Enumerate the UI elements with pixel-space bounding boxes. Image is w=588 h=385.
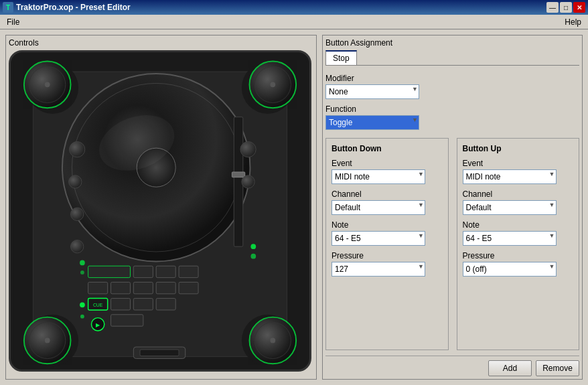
button-down-note-row: Note 64 - E5	[332, 220, 443, 246]
svg-point-13	[45, 338, 50, 343]
button-down-pressure-select[interactable]: 127	[332, 262, 425, 277]
button-down-title: Button Down	[332, 144, 443, 153]
svg-rect-75	[133, 299, 153, 310]
window-controls: — □ ✕	[546, 2, 585, 13]
help-menu[interactable]: Help	[561, 16, 585, 28]
svg-point-59	[69, 175, 82, 188]
button-up-event-row: Event MIDI note	[463, 159, 574, 184]
svg-point-61	[71, 240, 84, 253]
svg-point-86	[80, 302, 85, 307]
svg-rect-74	[111, 299, 130, 310]
dj-controller: CUE ▶	[9, 50, 311, 372]
svg-point-84	[80, 260, 85, 266]
button-down-section: Button Down Event MIDI note Channel Defa…	[325, 138, 449, 350]
svg-rect-77	[111, 315, 143, 326]
button-down-channel-select[interactable]: Default	[332, 200, 425, 215]
button-up-note-select[interactable]: 64 - E5	[463, 231, 557, 246]
remove-button[interactable]: Remove	[536, 360, 579, 376]
button-assignment-panel: Button Assignment Stop Modifier None Fun…	[322, 35, 583, 380]
button-down-channel-wrapper: Default	[332, 200, 425, 215]
svg-point-63	[242, 175, 254, 188]
modifier-select[interactable]: None	[325, 84, 419, 99]
svg-point-10	[270, 82, 275, 87]
button-up-event-label: Event	[463, 159, 574, 168]
svg-rect-69	[111, 282, 130, 293]
main-content: Controls	[0, 29, 588, 385]
button-up-channel-select[interactable]: Default	[463, 200, 557, 215]
svg-rect-67	[179, 266, 198, 277]
modifier-label: Modifier	[325, 74, 579, 83]
close-button[interactable]: ✕	[573, 2, 585, 13]
button-up-section: Button Up Event MIDI note Channel Defaul…	[457, 138, 580, 350]
svg-point-60	[71, 208, 84, 220]
button-down-event-label: Event	[332, 159, 443, 168]
button-up-title: Button Up	[463, 144, 574, 153]
function-select[interactable]: Toggle	[325, 115, 419, 130]
svg-point-16	[270, 338, 275, 343]
app-icon: T	[3, 2, 13, 13]
svg-rect-66	[156, 266, 175, 277]
svg-point-82	[250, 244, 256, 249]
button-up-note-label: Note	[463, 220, 574, 230]
button-down-pressure-wrapper: 127	[332, 262, 425, 277]
button-up-event-select[interactable]: MIDI note	[463, 169, 557, 184]
button-up-pressure-label: Pressure	[463, 251, 574, 260]
svg-rect-76	[156, 299, 175, 310]
button-up-pressure-select[interactable]: 0 (off)	[463, 262, 557, 277]
button-up-channel-wrapper: Default	[463, 200, 557, 215]
svg-rect-70	[133, 282, 153, 293]
button-up-channel-row: Channel Default	[463, 189, 574, 215]
svg-point-87	[80, 315, 84, 319]
controls-title: Controls	[9, 38, 313, 48]
svg-text:CUE: CUE	[93, 303, 103, 307]
svg-point-83	[250, 254, 256, 259]
button-up-note-row: Note 64 - E5	[463, 220, 574, 246]
svg-rect-72	[179, 282, 198, 293]
button-up-event-wrapper: MIDI note	[463, 169, 557, 184]
menu-bar: File Help	[0, 15, 588, 29]
button-up-channel-label: Channel	[463, 189, 574, 199]
modifier-section: Modifier None	[325, 71, 579, 102]
controls-panel: Controls	[5, 35, 317, 380]
tab-stop[interactable]: Stop	[325, 50, 357, 65]
function-select-wrapper: Toggle	[325, 115, 419, 130]
add-button[interactable]: Add	[488, 360, 532, 376]
title-bar: T TraktorPro.xop - Preset Editor — □ ✕	[0, 0, 588, 15]
function-label: Function	[325, 104, 579, 114]
file-menu[interactable]: File	[3, 16, 23, 28]
svg-rect-89	[140, 350, 179, 356]
svg-rect-57	[232, 172, 244, 177]
button-up-pressure-row: Pressure 0 (off)	[463, 251, 574, 277]
svg-point-62	[240, 141, 256, 157]
button-down-note-wrapper: 64 - E5	[332, 231, 425, 246]
button-down-event-wrapper: MIDI note	[332, 169, 425, 184]
svg-point-58	[70, 141, 85, 157]
button-down-note-select[interactable]: 64 - E5	[332, 231, 425, 246]
button-down-event-select[interactable]: MIDI note	[332, 169, 425, 184]
svg-rect-64	[88, 266, 131, 277]
button-down-pressure-label: Pressure	[332, 251, 443, 260]
button-columns: Button Down Event MIDI note Channel Defa…	[325, 138, 579, 350]
button-up-pressure-wrapper: 0 (off)	[463, 262, 557, 277]
button-down-event-row: Event MIDI note	[332, 159, 443, 184]
minimize-button[interactable]: —	[546, 2, 559, 13]
button-down-channel-row: Channel Default	[332, 189, 443, 215]
function-section: Function Toggle	[325, 102, 579, 133]
tab-bar: Stop	[325, 50, 579, 66]
bottom-bar: Add Remove	[325, 356, 579, 376]
svg-point-85	[80, 271, 84, 275]
right-panel-title: Button Assignment	[325, 38, 579, 48]
window-title: TraktorPro.xop - Preset Editor	[16, 3, 546, 12]
button-down-channel-label: Channel	[332, 189, 443, 199]
maximize-button[interactable]: □	[560, 2, 572, 13]
button-down-note-label: Note	[332, 220, 443, 230]
modifier-select-wrapper: None	[325, 84, 419, 99]
svg-rect-65	[133, 266, 153, 277]
svg-rect-68	[88, 282, 108, 293]
svg-text:▶: ▶	[96, 322, 100, 328]
button-down-pressure-row: Pressure 127	[332, 251, 443, 277]
button-up-note-wrapper: 64 - E5	[463, 231, 557, 246]
svg-rect-71	[156, 282, 175, 293]
svg-point-7	[45, 82, 50, 87]
